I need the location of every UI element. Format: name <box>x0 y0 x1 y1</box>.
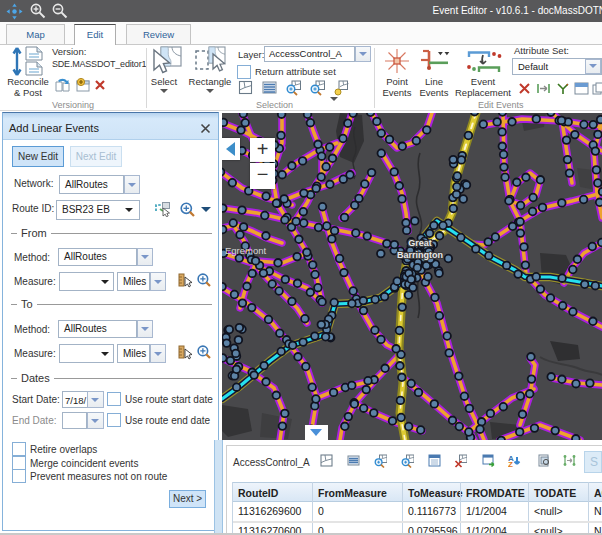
svg-text:Great: Great <box>408 238 432 248</box>
svg-text:Egremont: Egremont <box>225 245 267 256</box>
svg-text:Z: Z <box>508 460 513 468</box>
svg-text:Barrington: Barrington <box>397 250 443 260</box>
